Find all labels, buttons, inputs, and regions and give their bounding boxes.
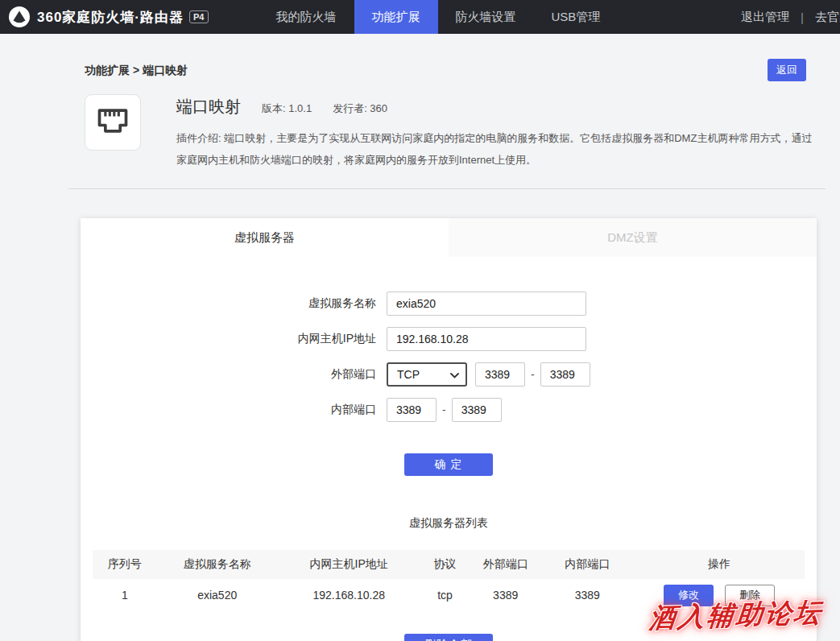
internal-port-to-input[interactable] xyxy=(452,398,502,422)
nav-menu: 我的防火墙 功能扩展 防火墙设置 USB管理 xyxy=(259,0,619,34)
plugin-icon-box xyxy=(85,94,141,151)
cell-ip: 192.168.10.28 xyxy=(278,579,420,611)
header-internal-port: 内部端口 xyxy=(541,550,634,579)
lan-ip-input[interactable] xyxy=(387,327,586,351)
external-port-label: 外部端口 xyxy=(81,367,387,382)
header-seq: 序列号 xyxy=(93,550,157,579)
plugin-title: 端口映射 xyxy=(176,96,241,118)
breadcrumb[interactable]: 功能扩展 > 端口映射 xyxy=(85,64,188,77)
plugin-header: 端口映射 版本: 1.0.1 发行者: 360 插件介绍: 端口映射，主要是为了… xyxy=(85,94,826,171)
nav-item-extensions[interactable]: 功能扩展 xyxy=(354,0,438,34)
tab-bar: 虚拟服务器 DMZ设置 xyxy=(81,218,817,257)
brand: 360家庭防火墙·路由器 P4 xyxy=(0,0,209,34)
port-mapping-card: 虚拟服务器 DMZ设置 虚拟服务名称 内网主机IP地址 外部端口 TCP - 内… xyxy=(81,218,817,641)
logout-link[interactable]: 退出管理 xyxy=(741,10,789,25)
port-range-dash: - xyxy=(442,403,446,416)
plugin-publisher: 发行者: 360 xyxy=(333,101,387,116)
nav-divider: | xyxy=(801,10,804,24)
cell-seq: 1 xyxy=(93,579,157,611)
plugin-description: 插件介绍: 端口映射，主要是为了实现从互联网访问家庭内的指定的电脑的服务和数据。… xyxy=(176,127,821,171)
header-ip: 内网主机IP地址 xyxy=(278,550,420,579)
form-row-name: 虚拟服务名称 xyxy=(81,292,817,316)
chevron-down-icon xyxy=(450,368,459,381)
cell-protocol: tcp xyxy=(420,579,470,611)
header-external-port: 外部端口 xyxy=(470,550,540,579)
lan-ip-label: 内网主机IP地址 xyxy=(81,332,387,346)
edit-button[interactable]: 修改 xyxy=(664,585,714,606)
header-actions: 操作 xyxy=(634,550,805,579)
external-port-from-input[interactable] xyxy=(475,362,525,387)
confirm-button[interactable]: 确 定 xyxy=(404,453,493,476)
cell-actions: 修改 删除 xyxy=(634,579,805,611)
tab-virtual-server[interactable]: 虚拟服务器 xyxy=(81,218,449,257)
official-site-link[interactable]: 去官网 xyxy=(815,10,840,25)
form-row-ip: 内网主机IP地址 xyxy=(81,327,817,351)
back-button[interactable]: 返回 xyxy=(768,59,806,81)
external-port-to-input[interactable] xyxy=(540,362,590,387)
nav-item-firewall-settings[interactable]: 防火墙设置 xyxy=(438,0,534,34)
tab-dmz[interactable]: DMZ设置 xyxy=(449,218,817,257)
section-divider xyxy=(68,188,826,189)
header-protocol: 协议 xyxy=(420,550,470,579)
port-range-dash: - xyxy=(531,368,535,381)
virtual-server-form: 虚拟服务名称 内网主机IP地址 外部端口 TCP - 内部端口 - xyxy=(81,292,817,422)
table-header-row: 序列号 虚拟服务名称 内网主机IP地址 协议 外部端口 内部端口 操作 xyxy=(93,550,805,579)
delete-all-button[interactable]: 删除全部 xyxy=(404,634,493,641)
table-row: 1 exia520 192.168.10.28 tcp 3389 3389 修改… xyxy=(93,579,805,611)
form-row-external-port: 外部端口 TCP - xyxy=(81,362,817,387)
top-navbar: 360家庭防火墙·路由器 P4 我的防火墙 功能扩展 防火墙设置 USB管理 退… xyxy=(0,0,840,34)
brand-title: 360家庭防火墙·路由器 xyxy=(37,8,184,27)
brand-logo-icon xyxy=(8,6,31,28)
nav-item-usb[interactable]: USB管理 xyxy=(534,0,619,34)
cell-external-port: 3389 xyxy=(470,579,540,611)
list-title: 虚拟服务器列表 xyxy=(81,516,817,531)
protocol-selected-value: TCP xyxy=(397,368,420,381)
protocol-select[interactable]: TCP xyxy=(387,362,467,387)
nav-right: 退出管理 | 去官网 xyxy=(741,0,840,34)
virtual-server-table: 序列号 虚拟服务名称 内网主机IP地址 协议 外部端口 内部端口 操作 1 ex… xyxy=(93,550,805,611)
nav-item-my-firewall[interactable]: 我的防火墙 xyxy=(259,0,354,34)
ethernet-port-icon xyxy=(95,103,130,142)
delete-button[interactable]: 删除 xyxy=(725,585,775,606)
internal-port-from-input[interactable] xyxy=(387,398,437,422)
cell-name: exia520 xyxy=(157,579,278,611)
form-row-internal-port: 内部端口 - xyxy=(81,398,817,422)
internal-port-label: 内部端口 xyxy=(81,403,387,417)
service-name-input[interactable] xyxy=(387,292,586,316)
model-badge: P4 xyxy=(189,10,208,23)
cell-internal-port: 3389 xyxy=(541,579,634,611)
header-name: 虚拟服务名称 xyxy=(157,550,278,579)
breadcrumb-row: 功能扩展 > 端口映射 返回 xyxy=(0,34,840,78)
plugin-version: 版本: 1.0.1 xyxy=(262,101,312,116)
service-name-label: 虚拟服务名称 xyxy=(81,296,387,311)
plugin-info: 端口映射 版本: 1.0.1 发行者: 360 插件介绍: 端口映射，主要是为了… xyxy=(176,94,826,171)
